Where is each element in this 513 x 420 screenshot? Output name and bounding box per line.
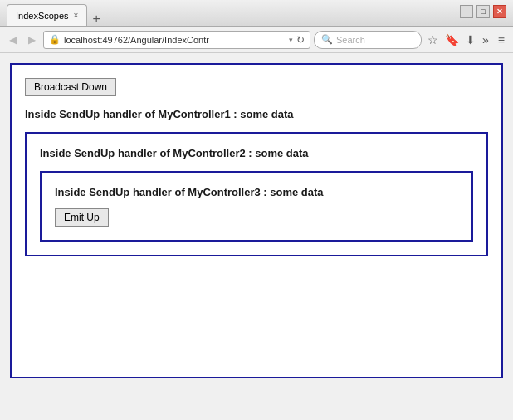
overflow-button[interactable]: » [480,32,491,48]
controller2-message: Inside SendUp handler of MyController2 :… [40,147,473,159]
close-button[interactable]: ✕ [493,5,506,18]
emit-up-button[interactable]: Emit Up [55,208,109,227]
address-text: localhost:49762/Angular/IndexContr [64,35,286,45]
address-security-icon: 🔒 [49,34,61,45]
search-icon: 🔍 [321,34,333,45]
controller3-message: Inside SendUp handler of MyController3 :… [55,186,458,198]
title-bar: IndexScopes × + – □ ✕ [0,0,513,27]
controller1-message: Inside SendUp handler of MyController1 :… [25,108,488,120]
bookmarks-button[interactable]: 🔖 [442,32,462,48]
refresh-button[interactable]: ↻ [296,34,305,46]
broadcast-down-button[interactable]: Broadcast Down [25,78,116,96]
search-bar[interactable]: 🔍 Search [314,31,422,49]
address-bar[interactable]: 🔒 localhost:49762/Angular/IndexContr ▾ ↻ [43,31,310,49]
minimize-button[interactable]: – [460,5,473,18]
maximize-button[interactable]: □ [476,5,490,18]
page-area: Broadcast Down Inside SendUp handler of … [0,53,513,420]
download-button[interactable]: ⬇ [463,32,478,48]
tab-label: IndexScopes [16,11,69,21]
nav-icons: ☆ 🔖 ⬇ » [425,32,491,48]
bookmark-star-button[interactable]: ☆ [425,32,441,48]
new-tab-button[interactable]: + [89,12,103,26]
navigation-bar: ◀ ▶ 🔒 localhost:49762/Angular/IndexContr… [0,27,513,53]
tab-group: IndexScopes × + [7,0,104,26]
search-placeholder: Search [336,35,365,45]
active-tab[interactable]: IndexScopes × [7,4,87,26]
window-controls: – □ ✕ [460,5,506,18]
controller3-container: Inside SendUp handler of MyController3 :… [40,171,473,242]
tab-close-button[interactable]: × [74,11,79,20]
menu-button[interactable]: ≡ [495,32,508,48]
forward-button[interactable]: ▶ [24,32,40,48]
controller1-container: Broadcast Down Inside SendUp handler of … [10,63,503,378]
back-button[interactable]: ◀ [5,32,21,48]
controller2-container: Inside SendUp handler of MyController2 :… [25,132,488,256]
browser-window: IndexScopes × + – □ ✕ ◀ ▶ 🔒 localhost:49… [0,0,513,420]
address-dropdown-icon[interactable]: ▾ [289,36,293,44]
